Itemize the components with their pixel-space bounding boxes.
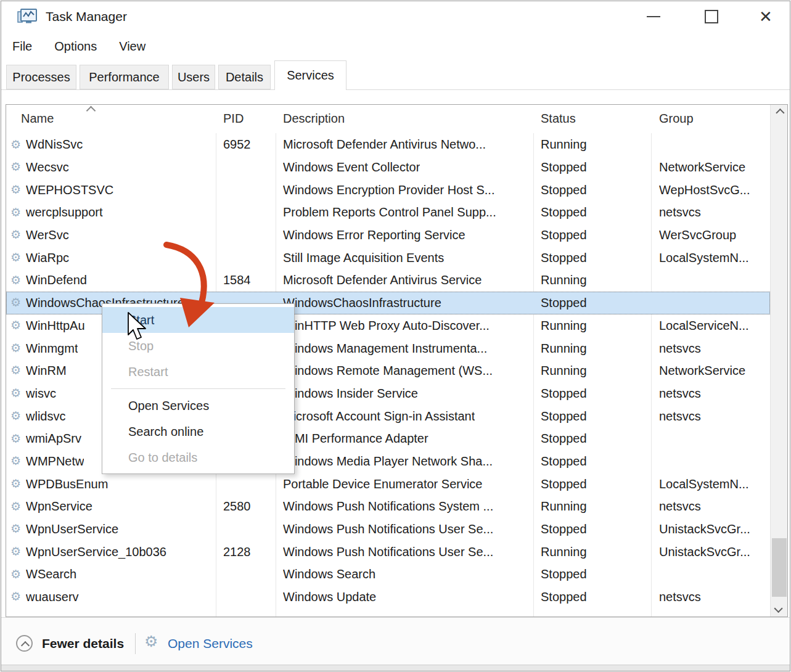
table-row[interactable]: ⚙wercplsupportProblem Reports Control Pa… bbox=[6, 201, 770, 224]
table-row[interactable]: ⚙WdNisSvc6952Microsoft Defender Antiviru… bbox=[6, 133, 770, 156]
cell-pid: 1584 bbox=[223, 273, 251, 287]
cell-name: WSearch bbox=[26, 567, 76, 581]
table-row[interactable]: ⚙WEPHOSTSVCWindows Encryption Provider H… bbox=[6, 178, 770, 201]
service-gear-icon: ⚙ bbox=[10, 137, 21, 151]
cell-description: WinHTTP Web Proxy Auto-Discover... bbox=[283, 318, 490, 332]
menu-options[interactable]: Options bbox=[54, 39, 97, 54]
cell-group: netsvcs bbox=[659, 590, 701, 604]
service-gear-icon: ⚙ bbox=[10, 318, 21, 332]
vertical-scrollbar[interactable] bbox=[770, 105, 787, 617]
context-menu: StartStopRestartOpen ServicesSearch onli… bbox=[102, 303, 295, 474]
table-row[interactable]: ⚙WinDefend1584Microsoft Defender Antivir… bbox=[6, 269, 770, 292]
cell-status: Stopped bbox=[541, 205, 587, 219]
table-row[interactable]: ⚙WPDBusEnumPortable Device Enumerator Se… bbox=[6, 472, 770, 495]
cell-name: wisvc bbox=[26, 386, 56, 400]
service-gear-icon: ⚙ bbox=[10, 227, 21, 242]
service-gear-icon: ⚙ bbox=[10, 386, 21, 400]
table-row[interactable]: ⚙WecsvcWindows Event CollectorStoppedNet… bbox=[6, 156, 770, 179]
fewer-details-button[interactable] bbox=[16, 635, 33, 652]
open-services-link[interactable]: Open Services bbox=[168, 636, 253, 651]
table-row[interactable]: ⚙WpnService2580Windows Push Notification… bbox=[6, 495, 770, 518]
cell-name: WdNisSvc bbox=[26, 137, 83, 152]
cell-group: UnistackSvcGr... bbox=[659, 544, 750, 559]
tab-processes[interactable]: Processes bbox=[6, 65, 76, 89]
cell-name: WpnUserService_10b036 bbox=[26, 544, 166, 559]
table-row[interactable]: ⚙WSearchWindows SearchStopped bbox=[6, 563, 770, 586]
cell-description: Windows Remote Management (WS... bbox=[283, 364, 493, 378]
cell-description: Windows Encryption Provider Host S... bbox=[283, 182, 494, 197]
scroll-down-button[interactable] bbox=[771, 600, 787, 617]
cell-group: LocalSystemN... bbox=[659, 250, 749, 264]
table-row[interactable]: ⚙WpnUserServiceWindows Push Notification… bbox=[6, 518, 770, 541]
cell-description: WindowsChaosInfrastructure bbox=[283, 296, 441, 310]
menu-view[interactable]: View bbox=[119, 39, 145, 54]
cell-name: wmiApSrv bbox=[26, 432, 81, 446]
service-gear-icon: ⚙ bbox=[10, 205, 21, 219]
cell-status: Stopped bbox=[541, 454, 587, 468]
table-row[interactable]: ⚙wuauservWindows UpdateStoppednetsvcs bbox=[6, 586, 770, 608]
cell-status: Stopped bbox=[541, 296, 587, 310]
cell-description: Still Image Acquisition Events bbox=[283, 250, 444, 264]
cell-name: WpnUserService bbox=[26, 522, 118, 536]
close-icon: ✕ bbox=[759, 9, 773, 25]
cell-description: Windows Push Notifications System ... bbox=[283, 499, 493, 514]
service-gear-icon: ⚙ bbox=[10, 340, 21, 354]
service-gear-icon: ⚙ bbox=[10, 250, 21, 264]
cell-name: wercplsupport bbox=[26, 205, 103, 219]
minimize-icon bbox=[647, 16, 660, 17]
cell-description: Windows Error Reporting Service bbox=[283, 228, 465, 242]
column-header-group[interactable]: Group bbox=[659, 112, 694, 126]
scrollbar-thumb[interactable] bbox=[772, 538, 787, 597]
cell-status: Stopped bbox=[541, 567, 587, 581]
cell-status: Stopped bbox=[541, 590, 587, 604]
cell-description: Windows Update bbox=[283, 590, 376, 604]
cell-status: Running bbox=[541, 544, 587, 559]
context-menu-item-open-services[interactable]: Open Services bbox=[102, 393, 294, 419]
minimize-button[interactable] bbox=[636, 1, 671, 32]
cell-description: Windows Push Notifications User Se... bbox=[283, 522, 493, 536]
column-header-description[interactable]: Description bbox=[283, 112, 345, 126]
tab-users[interactable]: Users bbox=[172, 65, 215, 89]
table-row[interactable]: ⚙WpnUserService_10b0362128Windows Push N… bbox=[6, 540, 770, 563]
cell-status: Running bbox=[541, 364, 587, 378]
tab-services[interactable]: Services bbox=[274, 60, 346, 90]
services-gear-icon: ⚙ bbox=[144, 633, 158, 650]
scroll-up-button[interactable] bbox=[771, 105, 787, 121]
service-gear-icon: ⚙ bbox=[10, 408, 21, 422]
cell-name: Winmgmt bbox=[26, 341, 78, 355]
status-bar-divider bbox=[135, 633, 136, 654]
cell-description: Microsoft Account Sign-in Assistant bbox=[283, 409, 475, 423]
column-header-pid[interactable]: PID bbox=[223, 112, 244, 126]
service-gear-icon: ⚙ bbox=[10, 431, 21, 445]
tab-performance[interactable]: Performance bbox=[80, 65, 169, 89]
menu-separator bbox=[111, 388, 285, 389]
cell-status: Stopped bbox=[541, 432, 587, 446]
cell-pid: 2580 bbox=[223, 499, 251, 514]
column-header-status[interactable]: Status bbox=[541, 112, 576, 126]
cell-name: WinDefend bbox=[26, 273, 87, 287]
chevron-down-icon bbox=[774, 604, 782, 613]
cell-name: wuauserv bbox=[26, 590, 79, 604]
cell-status: Stopped bbox=[541, 386, 587, 400]
service-gear-icon: ⚙ bbox=[10, 476, 21, 490]
cell-description: Windows Event Collector bbox=[283, 160, 420, 174]
cell-status: Stopped bbox=[541, 477, 587, 491]
cell-name: WinHttpAu bbox=[26, 318, 85, 332]
cell-description: WMI Performance Adapter bbox=[283, 432, 428, 446]
close-button[interactable]: ✕ bbox=[748, 1, 783, 32]
tab-details[interactable]: Details bbox=[218, 65, 271, 89]
service-gear-icon: ⚙ bbox=[10, 160, 21, 174]
context-menu-item-start[interactable]: Start bbox=[102, 307, 294, 333]
menu-file[interactable]: File bbox=[12, 39, 32, 54]
fewer-details-label[interactable]: Fewer details bbox=[42, 636, 124, 651]
cell-group: netsvcs bbox=[659, 205, 701, 219]
maximize-button[interactable] bbox=[694, 1, 729, 32]
cell-name: WerSvc bbox=[26, 228, 69, 242]
cell-status: Running bbox=[541, 273, 587, 287]
column-header-name[interactable]: Name bbox=[21, 112, 54, 126]
cell-group: NetworkService bbox=[659, 364, 745, 378]
context-menu-item-search-online[interactable]: Search online bbox=[102, 419, 294, 445]
table-row[interactable]: ⚙WerSvcWindows Error Reporting ServiceSt… bbox=[6, 224, 770, 247]
table-row[interactable]: ⚙WiaRpcStill Image Acquisition EventsSto… bbox=[6, 246, 770, 269]
cell-status: Stopped bbox=[541, 250, 587, 264]
